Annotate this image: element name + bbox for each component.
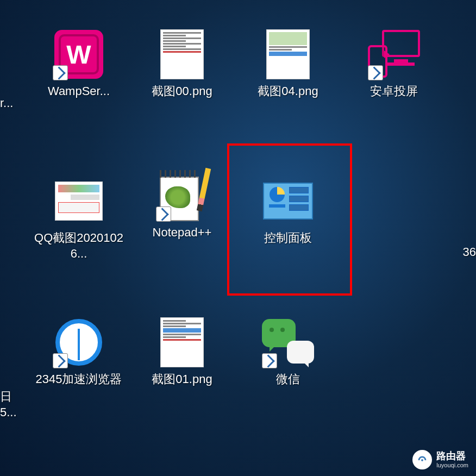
- icon-label: 安卓投屏: [370, 84, 418, 99]
- icon-label: QQ截图20201026...: [33, 230, 125, 261]
- shortcut-overlay-icon: [368, 65, 383, 80]
- shortcut-overlay-icon: [262, 353, 277, 368]
- shortcut-overlay-icon: [156, 206, 171, 222]
- partial-icon-right-label: 36: [463, 245, 476, 260]
- shortcut-overlay-icon: [53, 353, 68, 368]
- icon-android-cast[interactable]: 安卓投屏: [348, 27, 440, 99]
- partial-icon-left-top-label: r...: [0, 96, 13, 111]
- icon-screenshot01[interactable]: 截图01.png: [136, 315, 228, 387]
- icon-control-panel[interactable]: 控制面板: [242, 174, 334, 246]
- android-cast-icon: [367, 27, 421, 82]
- desktop[interactable]: r... W WampSer... 截图00.png 截图04.png: [0, 0, 476, 476]
- wampserver-icon: W: [52, 27, 106, 82]
- image-thumbnail-icon: [52, 174, 106, 228]
- icon-label: 截图04.png: [258, 84, 318, 99]
- watermark: 路由器 luyouqi.com: [412, 450, 468, 469]
- icon-screenshot04[interactable]: 截图04.png: [242, 27, 334, 99]
- icon-label: 控制面板: [264, 230, 312, 246]
- icon-screenshot00[interactable]: 截图00.png: [136, 27, 228, 99]
- shortcut-overlay-icon: [53, 65, 68, 80]
- notepadpp-icon: [155, 168, 209, 223]
- icon-qq-screenshot[interactable]: QQ截图20201026...: [33, 174, 125, 261]
- control-panel-icon: [261, 174, 315, 228]
- watermark-subtitle: luyouqi.com: [436, 462, 468, 468]
- image-thumbnail-icon: [155, 27, 209, 82]
- icon-wechat[interactable]: 微信: [242, 315, 334, 387]
- browser-icon: [52, 315, 106, 369]
- icon-notepadpp[interactable]: Notepad++: [136, 168, 228, 241]
- icon-2345-browser[interactable]: 2345加速浏览器: [33, 315, 125, 387]
- partial-icon-left-bottom-label: 日 5...: [0, 389, 17, 420]
- image-thumbnail-icon: [155, 315, 209, 369]
- wechat-icon: [261, 315, 315, 369]
- watermark-title: 路由器: [436, 451, 468, 462]
- icon-label: WampSer...: [48, 84, 110, 99]
- icon-label: 截图01.png: [152, 372, 212, 387]
- image-thumbnail-icon: [261, 27, 315, 82]
- icon-label: 微信: [276, 372, 300, 387]
- watermark-logo-icon: [412, 450, 432, 469]
- icon-label: 2345加速浏览器: [36, 372, 122, 387]
- icon-label: Notepad++: [153, 225, 212, 241]
- icon-wampserver[interactable]: W WampSer...: [33, 27, 125, 99]
- icon-label: 截图00.png: [152, 84, 212, 99]
